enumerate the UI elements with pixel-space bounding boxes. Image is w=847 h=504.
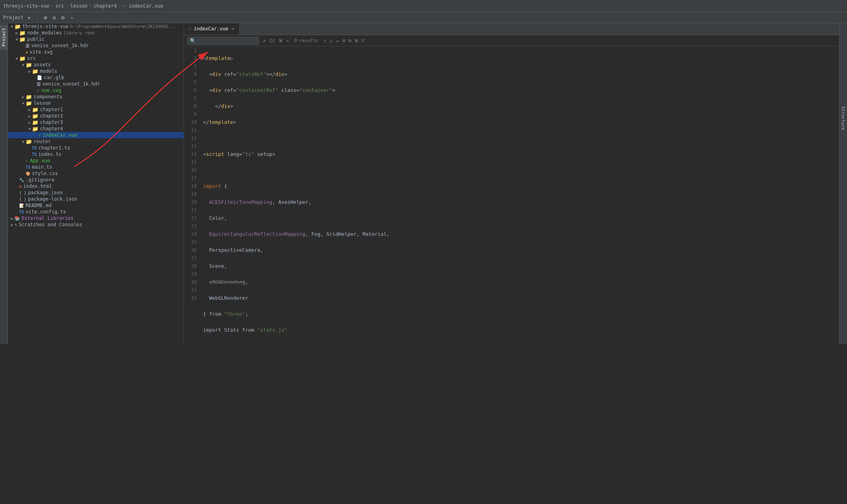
code-content[interactable]: ◁template▷ <div ref="statsRef"></div> <d… (200, 46, 839, 344)
tree-item-public[interactable]: ▼ 📁 public (8, 36, 183, 42)
settings-icon[interactable]: ⚙ (60, 14, 66, 21)
search-opts2-icon[interactable]: ≡ (347, 37, 353, 44)
tree-label-app-vue: App.vue (30, 158, 50, 163)
tree-item-venice-hdr[interactable]: 🖼 venice_sunset_1k.hdr (8, 81, 183, 87)
tree-item-package-json[interactable]: { } package.json (8, 189, 183, 196)
tree-label-public: public (27, 36, 44, 42)
folder-icon-assets: 📁 (26, 62, 32, 67)
folder-icon-root: 📁 (14, 24, 21, 29)
tree-label-node-modules-suffix: library root (64, 30, 95, 36)
tree-arrow-root: ▼ (10, 24, 14, 29)
tree-item-app-vue[interactable]: ✓ App.vue (8, 157, 183, 164)
search-input-wrap[interactable]: 🔍 (187, 37, 259, 45)
tree-item-vite-config[interactable]: TS vite.config.ts (8, 209, 183, 215)
locate-icon[interactable]: ⊕ (42, 14, 49, 21)
tree-item-gitignore[interactable]: 🔧 .gitignore (8, 177, 183, 183)
tree-item-venice-hdr-pub[interactable]: 🖼 venice_sunset_1k.hdr (8, 42, 183, 49)
tree-label-chapter4: chapter4 (40, 126, 63, 131)
tree-item-style-css[interactable]: 🎨 style.css (8, 170, 183, 177)
code-line-8 (203, 166, 839, 174)
tree-item-readme[interactable]: 📝 README.md (8, 202, 183, 209)
code-line-15: sRGBEncoding, (203, 278, 839, 286)
main-layout: Project ▼ 📁 threejs-vite-vue D:\ProgramW… (0, 23, 847, 344)
tree-item-root[interactable]: ▼ 📁 threejs-vite-vue D:\ProgramWorkSpace… (8, 23, 183, 30)
left-side-tab: Project (0, 23, 8, 344)
tree-label-src: src (27, 56, 36, 61)
file-tree-panel[interactable]: ▼ 📁 threejs-vite-vue D:\ProgramWorkSpace… (8, 23, 184, 344)
breadcrumb-project: threejs-vite-vue (3, 3, 50, 9)
tree-label-chapter1-ts: chapter1.ts (38, 145, 70, 151)
tree-item-assets[interactable]: ▼ 📁 assets (8, 62, 183, 68)
tree-label-chapter2: chapter2 (40, 113, 63, 119)
tree-item-index-html[interactable]: ⊞ index.html (8, 183, 183, 189)
tab-close-button[interactable]: × (231, 26, 234, 32)
folder-icon-chapter4: 📁 (32, 126, 38, 131)
search-word-icon[interactable]: W (278, 38, 283, 44)
tree-item-car-glb[interactable]: 📄 car.glb (8, 74, 183, 81)
tree-label-venice-hdr-pub: venice_sunset_1k.hdr (31, 43, 89, 48)
code-line-9: import { (203, 182, 839, 190)
search-opts1-icon[interactable]: ≡ (341, 37, 347, 44)
tree-label-gitignore: .gitignore (26, 177, 54, 183)
tree-item-router[interactable]: ▼ 📁 router (8, 138, 183, 145)
breadcrumb-bar: threejs-vite-vue › src › lesson › chapte… (0, 0, 847, 12)
tree-item-chapter3[interactable]: ▶ 📁 chapter3 (8, 119, 183, 126)
hdr-icon-venice: 🖼 (37, 82, 41, 86)
structure-tab[interactable]: Structure (839, 103, 847, 133)
search-expand-icon[interactable]: ⊞ (354, 37, 359, 44)
tree-label-components: components (34, 94, 62, 100)
tree-item-vite-svg[interactable]: ◈ vite.svg (8, 49, 183, 55)
search-wrap-icon[interactable]: ↵ (335, 37, 340, 44)
project-tab[interactable]: Project (0, 25, 8, 50)
md-icon-readme: 📝 (19, 203, 24, 208)
tree-item-src[interactable]: ▼ 📁 src (8, 55, 183, 62)
tree-arrow-chapter1: ▶ (27, 108, 32, 112)
search-filter-icon[interactable]: ▽ (360, 37, 366, 44)
ts-icon-main: TS (26, 165, 30, 169)
tree-label-chapter1: chapter1 (40, 107, 63, 112)
main-toolbar: Project ▾ ⊕ ≡ ⚙ − (0, 12, 847, 23)
tree-label-models: models (40, 68, 57, 74)
tree-item-indexcar[interactable]: ✓ indexCar.vue (8, 132, 183, 138)
breadcrumb: threejs-vite-vue › src › lesson › chapte… (3, 3, 163, 9)
tree-item-external-libs[interactable]: ▶ 📚 External Libraries (8, 215, 183, 221)
tree-item-models[interactable]: ▶ 📁 models (8, 68, 183, 74)
tree-item-chapter2[interactable]: ▶ 📁 chapter2 (8, 113, 183, 119)
tree-arrow-lesson: ▼ (21, 101, 26, 106)
tree-item-node-modules[interactable]: ▶ 📁 node_modules library root (8, 30, 183, 36)
folder-icon-models: 📁 (32, 69, 38, 74)
code-line-7: <script lang="ts" setup> (203, 150, 839, 158)
search-next-icon[interactable]: ↓ (329, 37, 334, 44)
tab-label: indexCar.vue (194, 26, 229, 32)
folder-icon-lesson: 📁 (26, 101, 32, 106)
search-prev-icon[interactable]: ↑ (322, 37, 328, 44)
tree-item-package-lock-json[interactable]: { } package-lock.json (8, 196, 183, 202)
tree-item-components[interactable]: ▶ 📁 components (8, 94, 183, 100)
tree-item-main-ts[interactable]: TS main.ts (8, 164, 183, 170)
search-regex-icon[interactable]: ✳ (285, 38, 290, 44)
tree-label-vue-svg: vue.svg (41, 88, 62, 93)
tab-indexcar[interactable]: ✓ indexCar.vue × (184, 23, 240, 35)
search-input[interactable] (197, 38, 253, 44)
search-replace-icon[interactable]: ↺ (261, 38, 267, 44)
collapse-icon[interactable]: ≡ (51, 14, 58, 21)
tree-item-vue-svg[interactable]: ✓ vue.svg (8, 87, 183, 94)
tree-item-lesson[interactable]: ▼ 📁 lesson (8, 100, 183, 106)
right-tabs: Structure (839, 23, 847, 344)
search-case-icon[interactable]: Cc (268, 38, 276, 44)
minus-icon[interactable]: − (69, 14, 75, 21)
dropdown-icon[interactable]: ▾ (26, 14, 32, 21)
search-results-count: 0 results (294, 38, 318, 43)
tree-item-index-ts[interactable]: TS index.ts (8, 151, 183, 157)
folder-icon-src: 📁 (19, 56, 26, 61)
code-editor[interactable]: 12345 678910 1112131415 1617181920 21222… (184, 46, 839, 344)
search-bar-options: ↺ Cc W ✳ (261, 38, 290, 44)
json-icon-package-lock: { } (19, 197, 26, 201)
tree-item-scratches[interactable]: ▶ ✎ Scratches and Consoles (8, 221, 183, 228)
tree-label-scratches: Scratches and Consoles (19, 222, 82, 227)
tree-item-chapter1-ts[interactable]: TS chapter1.ts (8, 145, 183, 151)
tree-item-chapter1[interactable]: ▶ 📁 chapter1 (8, 106, 183, 113)
tree-item-chapter4[interactable]: ▼ 📁 chapter4 (8, 126, 183, 132)
tree-label-chapter3: chapter3 (40, 120, 63, 125)
tab-bar: ✓ indexCar.vue × (184, 23, 839, 35)
